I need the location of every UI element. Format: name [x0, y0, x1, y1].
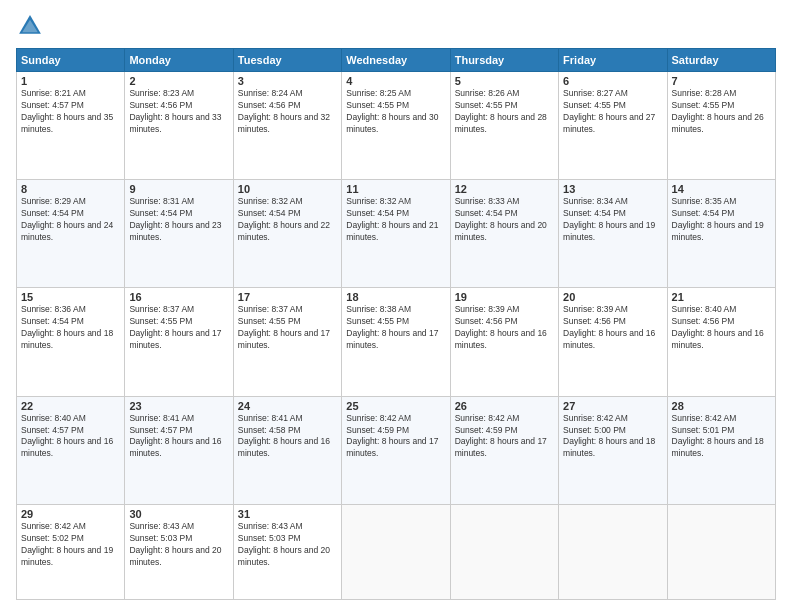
day-number: 31: [238, 508, 337, 520]
day-info: Sunrise: 8:26 AM Sunset: 4:55 PM Dayligh…: [455, 88, 554, 136]
sunset-text: Sunset: 4:55 PM: [129, 316, 192, 326]
day-cell: 20 Sunrise: 8:39 AM Sunset: 4:56 PM Dayl…: [559, 288, 667, 396]
day-cell: [559, 504, 667, 599]
header: [16, 12, 776, 40]
day-info: Sunrise: 8:43 AM Sunset: 5:03 PM Dayligh…: [129, 521, 228, 569]
sunset-text: Sunset: 5:02 PM: [21, 533, 84, 543]
daylight-text: Daylight: 8 hours and 17 minutes.: [238, 328, 330, 350]
sunset-text: Sunset: 4:57 PM: [129, 425, 192, 435]
day-cell: 22 Sunrise: 8:40 AM Sunset: 4:57 PM Dayl…: [17, 396, 125, 504]
daylight-text: Daylight: 8 hours and 27 minutes.: [563, 112, 655, 134]
day-number: 30: [129, 508, 228, 520]
day-cell: 19 Sunrise: 8:39 AM Sunset: 4:56 PM Dayl…: [450, 288, 558, 396]
day-cell: 16 Sunrise: 8:37 AM Sunset: 4:55 PM Dayl…: [125, 288, 233, 396]
daylight-text: Daylight: 8 hours and 16 minutes.: [129, 436, 221, 458]
sunset-text: Sunset: 4:54 PM: [346, 208, 409, 218]
day-info: Sunrise: 8:41 AM Sunset: 4:57 PM Dayligh…: [129, 413, 228, 461]
day-number: 24: [238, 400, 337, 412]
day-cell: 31 Sunrise: 8:43 AM Sunset: 5:03 PM Dayl…: [233, 504, 341, 599]
day-cell: 26 Sunrise: 8:42 AM Sunset: 4:59 PM Dayl…: [450, 396, 558, 504]
day-cell: 13 Sunrise: 8:34 AM Sunset: 4:54 PM Dayl…: [559, 180, 667, 288]
sunset-text: Sunset: 4:54 PM: [672, 208, 735, 218]
day-info: Sunrise: 8:39 AM Sunset: 4:56 PM Dayligh…: [455, 304, 554, 352]
daylight-text: Daylight: 8 hours and 24 minutes.: [21, 220, 113, 242]
day-cell: 15 Sunrise: 8:36 AM Sunset: 4:54 PM Dayl…: [17, 288, 125, 396]
day-number: 17: [238, 291, 337, 303]
day-info: Sunrise: 8:42 AM Sunset: 5:02 PM Dayligh…: [21, 521, 120, 569]
day-cell: 6 Sunrise: 8:27 AM Sunset: 4:55 PM Dayli…: [559, 72, 667, 180]
day-cell: 9 Sunrise: 8:31 AM Sunset: 4:54 PM Dayli…: [125, 180, 233, 288]
day-cell: 12 Sunrise: 8:33 AM Sunset: 4:54 PM Dayl…: [450, 180, 558, 288]
week-row-5: 29 Sunrise: 8:42 AM Sunset: 5:02 PM Dayl…: [17, 504, 776, 599]
sunset-text: Sunset: 4:56 PM: [238, 100, 301, 110]
day-cell: 17 Sunrise: 8:37 AM Sunset: 4:55 PM Dayl…: [233, 288, 341, 396]
day-info: Sunrise: 8:35 AM Sunset: 4:54 PM Dayligh…: [672, 196, 771, 244]
daylight-text: Daylight: 8 hours and 32 minutes.: [238, 112, 330, 134]
day-cell: [450, 504, 558, 599]
day-number: 2: [129, 75, 228, 87]
day-cell: 24 Sunrise: 8:41 AM Sunset: 4:58 PM Dayl…: [233, 396, 341, 504]
sunrise-text: Sunrise: 8:36 AM: [21, 304, 86, 314]
day-number: 28: [672, 400, 771, 412]
day-number: 13: [563, 183, 662, 195]
day-number: 6: [563, 75, 662, 87]
sunrise-text: Sunrise: 8:33 AM: [455, 196, 520, 206]
day-cell: 5 Sunrise: 8:26 AM Sunset: 4:55 PM Dayli…: [450, 72, 558, 180]
sunrise-text: Sunrise: 8:40 AM: [21, 413, 86, 423]
week-row-1: 1 Sunrise: 8:21 AM Sunset: 4:57 PM Dayli…: [17, 72, 776, 180]
day-info: Sunrise: 8:37 AM Sunset: 4:55 PM Dayligh…: [129, 304, 228, 352]
sunset-text: Sunset: 4:54 PM: [238, 208, 301, 218]
day-info: Sunrise: 8:33 AM Sunset: 4:54 PM Dayligh…: [455, 196, 554, 244]
sunrise-text: Sunrise: 8:41 AM: [129, 413, 194, 423]
sunset-text: Sunset: 4:54 PM: [455, 208, 518, 218]
day-info: Sunrise: 8:40 AM Sunset: 4:57 PM Dayligh…: [21, 413, 120, 461]
day-cell: [342, 504, 450, 599]
sunset-text: Sunset: 4:57 PM: [21, 425, 84, 435]
day-number: 16: [129, 291, 228, 303]
weekday-header-thursday: Thursday: [450, 49, 558, 72]
sunrise-text: Sunrise: 8:43 AM: [129, 521, 194, 531]
weekday-header-saturday: Saturday: [667, 49, 775, 72]
daylight-text: Daylight: 8 hours and 17 minutes.: [346, 436, 438, 458]
day-info: Sunrise: 8:24 AM Sunset: 4:56 PM Dayligh…: [238, 88, 337, 136]
day-info: Sunrise: 8:38 AM Sunset: 4:55 PM Dayligh…: [346, 304, 445, 352]
sunrise-text: Sunrise: 8:39 AM: [563, 304, 628, 314]
day-info: Sunrise: 8:32 AM Sunset: 4:54 PM Dayligh…: [238, 196, 337, 244]
daylight-text: Daylight: 8 hours and 21 minutes.: [346, 220, 438, 242]
day-cell: 21 Sunrise: 8:40 AM Sunset: 4:56 PM Dayl…: [667, 288, 775, 396]
sunset-text: Sunset: 4:55 PM: [563, 100, 626, 110]
day-info: Sunrise: 8:39 AM Sunset: 4:56 PM Dayligh…: [563, 304, 662, 352]
daylight-text: Daylight: 8 hours and 17 minutes.: [455, 436, 547, 458]
day-number: 26: [455, 400, 554, 412]
sunrise-text: Sunrise: 8:42 AM: [563, 413, 628, 423]
day-cell: 2 Sunrise: 8:23 AM Sunset: 4:56 PM Dayli…: [125, 72, 233, 180]
day-cell: 4 Sunrise: 8:25 AM Sunset: 4:55 PM Dayli…: [342, 72, 450, 180]
day-info: Sunrise: 8:41 AM Sunset: 4:58 PM Dayligh…: [238, 413, 337, 461]
sunrise-text: Sunrise: 8:34 AM: [563, 196, 628, 206]
day-cell: 8 Sunrise: 8:29 AM Sunset: 4:54 PM Dayli…: [17, 180, 125, 288]
daylight-text: Daylight: 8 hours and 16 minutes.: [238, 436, 330, 458]
daylight-text: Daylight: 8 hours and 16 minutes.: [563, 328, 655, 350]
day-cell: [667, 504, 775, 599]
day-cell: 25 Sunrise: 8:42 AM Sunset: 4:59 PM Dayl…: [342, 396, 450, 504]
day-cell: 1 Sunrise: 8:21 AM Sunset: 4:57 PM Dayli…: [17, 72, 125, 180]
day-number: 29: [21, 508, 120, 520]
sunset-text: Sunset: 4:59 PM: [455, 425, 518, 435]
day-info: Sunrise: 8:27 AM Sunset: 4:55 PM Dayligh…: [563, 88, 662, 136]
day-info: Sunrise: 8:40 AM Sunset: 4:56 PM Dayligh…: [672, 304, 771, 352]
day-number: 7: [672, 75, 771, 87]
day-number: 18: [346, 291, 445, 303]
day-info: Sunrise: 8:42 AM Sunset: 5:01 PM Dayligh…: [672, 413, 771, 461]
day-info: Sunrise: 8:42 AM Sunset: 5:00 PM Dayligh…: [563, 413, 662, 461]
sunset-text: Sunset: 5:01 PM: [672, 425, 735, 435]
week-row-3: 15 Sunrise: 8:36 AM Sunset: 4:54 PM Dayl…: [17, 288, 776, 396]
day-cell: 18 Sunrise: 8:38 AM Sunset: 4:55 PM Dayl…: [342, 288, 450, 396]
daylight-text: Daylight: 8 hours and 16 minutes.: [455, 328, 547, 350]
sunrise-text: Sunrise: 8:42 AM: [346, 413, 411, 423]
weekday-header-friday: Friday: [559, 49, 667, 72]
sunset-text: Sunset: 4:56 PM: [563, 316, 626, 326]
sunset-text: Sunset: 4:54 PM: [21, 208, 84, 218]
day-number: 5: [455, 75, 554, 87]
sunset-text: Sunset: 5:03 PM: [129, 533, 192, 543]
day-number: 11: [346, 183, 445, 195]
